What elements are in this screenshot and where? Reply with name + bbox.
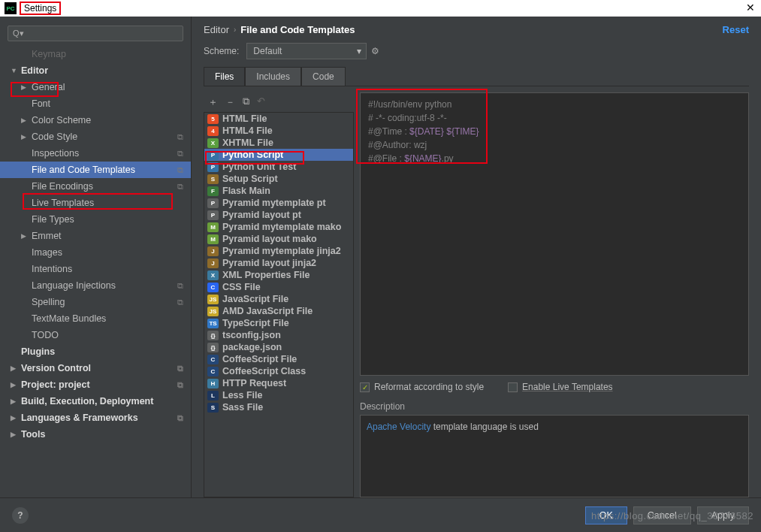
scheme-label: Scheme: xyxy=(204,46,239,56)
template-item-tsconfig-json[interactable]: {}tsconfig.json xyxy=(204,329,353,341)
scheme-select[interactable]: Default xyxy=(246,43,367,59)
template-item-pyramid-layout-jinja2[interactable]: JPyramid layout jinja2 xyxy=(204,257,353,269)
sidebar-item-intentions[interactable]: Intentions xyxy=(0,261,191,277)
remove-icon[interactable]: － xyxy=(225,95,235,109)
template-item-css-file[interactable]: CCSS File xyxy=(204,281,353,293)
file-type-icon: P xyxy=(207,210,219,220)
sidebar-item-version-control[interactable]: Version Control⧉ xyxy=(0,360,191,376)
scope-icon: ⧉ xyxy=(177,413,183,423)
window-title: Settings xyxy=(20,2,61,15)
close-icon[interactable]: ✕ xyxy=(746,2,755,14)
template-item-flask-main[interactable]: FFlask Main xyxy=(204,185,353,197)
apache-velocity-link[interactable]: Apache Velocity xyxy=(367,422,430,432)
description-box: Apache Velocity template language is use… xyxy=(360,415,749,497)
template-item-xhtml-file[interactable]: XXHTML File xyxy=(204,137,353,149)
copy-icon[interactable]: ⧉ xyxy=(243,95,249,109)
sidebar-item-languages-frameworks[interactable]: Languages & Frameworks⧉ xyxy=(0,410,191,426)
template-list[interactable]: 5HTML File4HTML4 FileXXHTML FilePPython … xyxy=(204,112,354,497)
template-item-pyramid-mytemplate-jinja2[interactable]: JPyramid mytemplate jinja2 xyxy=(204,245,353,257)
sidebar-item-live-templates[interactable]: Live Templates xyxy=(0,195,191,211)
template-item-html4-file[interactable]: 4HTML4 File xyxy=(204,125,353,137)
sidebar-item-font[interactable]: Font xyxy=(0,95,191,112)
revert-icon[interactable]: ↶ xyxy=(257,95,265,109)
reformat-checkbox[interactable]: Reformat according to style xyxy=(360,382,484,392)
file-type-icon: {} xyxy=(207,331,219,340)
tab-includes[interactable]: Includes xyxy=(245,67,301,86)
file-type-icon: JS xyxy=(207,307,219,316)
main-panel: Editor › File and Code Templates Reset S… xyxy=(192,17,761,497)
file-type-icon: M xyxy=(207,234,219,244)
template-item-http-request[interactable]: HHTTP Request xyxy=(204,377,353,389)
scope-icon: ⧉ xyxy=(177,132,183,142)
sidebar-item-general[interactable]: General xyxy=(0,79,191,95)
breadcrumb: Editor › File and Code Templates Reset xyxy=(192,17,761,40)
sidebar-item-emmet[interactable]: Emmet xyxy=(0,228,191,244)
sidebar-item-tools[interactable]: Tools xyxy=(0,426,191,443)
crumb-editor[interactable]: Editor xyxy=(204,24,229,35)
sidebar-item-editor[interactable]: Editor xyxy=(0,62,191,79)
template-item-coffeescript-file[interactable]: CCoffeeScript File xyxy=(204,353,353,365)
sidebar-item-keymap[interactable]: Keymap xyxy=(0,46,191,62)
template-item-sass-file[interactable]: SSass File xyxy=(204,401,353,413)
file-type-icon: S xyxy=(207,174,219,184)
file-type-icon: F xyxy=(207,186,219,196)
file-type-icon: X xyxy=(207,138,219,148)
scope-icon: ⧉ xyxy=(177,182,183,192)
template-item-setup-script[interactable]: SSetup Script xyxy=(204,173,353,185)
template-file-panel: ＋ － ⧉ ↶ 5HTML File4HTML4 FileXXHTML File… xyxy=(204,92,354,497)
template-item-pyramid-mytemplate-pt[interactable]: PPyramid mytemplate pt xyxy=(204,197,353,209)
sidebar-item-inspections[interactable]: Inspections⧉ xyxy=(0,145,191,162)
file-type-icon: M xyxy=(207,222,219,232)
crumb-fct: File and Code Templates xyxy=(240,24,355,35)
help-button[interactable]: ? xyxy=(12,507,29,524)
file-type-icon: {} xyxy=(207,343,219,352)
template-item-pyramid-mytemplate-mako[interactable]: MPyramid mytemplate mako xyxy=(204,221,353,233)
description-label: Description xyxy=(360,401,749,412)
template-item-html-file[interactable]: 5HTML File xyxy=(204,113,353,125)
tab-files[interactable]: Files xyxy=(204,67,245,86)
template-item-pyramid-layout-mako[interactable]: MPyramid layout mako xyxy=(204,233,353,245)
template-item-amd-javascript-file[interactable]: JSAMD JavaScript File xyxy=(204,305,353,317)
sidebar-item-textmate-bundles[interactable]: TextMate Bundles xyxy=(0,310,191,327)
reset-link[interactable]: Reset xyxy=(723,24,749,35)
template-item-package-json[interactable]: {}package.json xyxy=(204,341,353,353)
settings-tree: KeymapEditorGeneralFontColor SchemeCode … xyxy=(0,46,191,497)
sidebar-item-project-project[interactable]: Project: project⧉ xyxy=(0,376,191,393)
gear-icon[interactable]: ⚙ xyxy=(371,46,379,56)
template-item-coffeescript-class[interactable]: CCoffeeScript Class xyxy=(204,365,353,377)
file-type-icon: X xyxy=(207,271,219,280)
apply-button[interactable]: Apply xyxy=(697,506,749,524)
template-item-less-file[interactable]: LLess File xyxy=(204,389,353,401)
file-type-icon: L xyxy=(207,391,219,401)
template-item-python-unit-test[interactable]: PPython Unit Test xyxy=(204,161,353,173)
sidebar-item-language-injections[interactable]: Language Injections⧉ xyxy=(0,277,191,294)
sidebar-item-plugins[interactable]: Plugins xyxy=(0,343,191,360)
sidebar-item-color-scheme[interactable]: Color Scheme xyxy=(0,112,191,128)
template-item-javascript-file[interactable]: JSJavaScript File xyxy=(204,293,353,305)
template-item-pyramid-layout-pt[interactable]: PPyramid layout pt xyxy=(204,209,353,221)
template-item-xml-properties-file[interactable]: XXML Properties File xyxy=(204,269,353,281)
sidebar-item-build-execution-deployment[interactable]: Build, Execution, Deployment xyxy=(0,393,191,410)
scope-icon: ⧉ xyxy=(177,380,183,390)
search-input[interactable]: Q▾ xyxy=(8,26,183,41)
scope-icon: ⧉ xyxy=(177,281,183,291)
template-editor[interactable]: #!/usr/bin/env python # -*- coding:utf-8… xyxy=(360,92,749,376)
sidebar-item-todo[interactable]: TODO xyxy=(0,327,191,343)
tab-code[interactable]: Code xyxy=(301,67,346,86)
sidebar-item-file-types[interactable]: File Types xyxy=(0,211,191,228)
sidebar-item-images[interactable]: Images xyxy=(0,244,191,261)
scope-icon: ⧉ xyxy=(177,165,183,175)
sidebar-item-file-encodings[interactable]: File Encodings⧉ xyxy=(0,178,191,195)
file-type-icon: C xyxy=(207,283,219,292)
ok-button[interactable]: OK xyxy=(585,506,627,524)
add-icon[interactable]: ＋ xyxy=(208,95,218,109)
enable-live-templates-checkbox[interactable]: Enable Live Templates xyxy=(508,382,613,392)
template-item-python-script[interactable]: PPython Script xyxy=(204,149,353,161)
template-item-typescript-file[interactable]: TSTypeScript File xyxy=(204,317,353,329)
sidebar-item-code-style[interactable]: Code Style⧉ xyxy=(0,128,191,145)
sidebar-item-spelling[interactable]: Spelling⧉ xyxy=(0,294,191,310)
sidebar-item-file-and-code-templates[interactable]: File and Code Templates⧉ xyxy=(0,162,191,178)
file-type-icon: C xyxy=(207,367,219,376)
file-type-icon: JS xyxy=(207,295,219,304)
cancel-button[interactable]: Cancel xyxy=(633,506,691,524)
